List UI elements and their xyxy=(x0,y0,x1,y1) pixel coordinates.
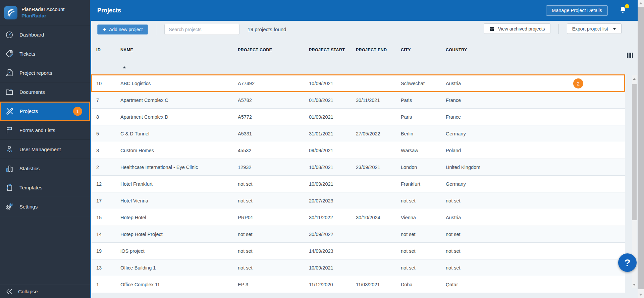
scroll-up-icon[interactable] xyxy=(639,2,642,4)
table-row[interactable]: 8 Apartment Complex D A5772 01/09/2021 P… xyxy=(92,109,625,125)
table-row[interactable]: 12 Hotel Frankfurt not set 10/09/2021 Fr… xyxy=(92,176,625,192)
cell-project-start: 30/09/2022 xyxy=(309,232,356,237)
sidebar-item-templates[interactable]: Templates xyxy=(0,178,90,197)
page-scrollbar-thumb[interactable] xyxy=(638,7,644,289)
manage-project-details-button[interactable]: Manage Project Details xyxy=(546,5,608,16)
projects-count-badge: 1 xyxy=(73,107,82,116)
cell-project-code: A77492 xyxy=(238,81,309,86)
sidebar-item-projects[interactable]: Projects 1 xyxy=(0,102,90,121)
main-content: Projects Manage Project Details + Add ne… xyxy=(91,0,644,298)
cell-project-start: 20/07/2023 xyxy=(309,198,356,203)
sidebar-item-dashboard[interactable]: Dashboard xyxy=(0,25,90,44)
cell-project-start: 10/09/2021 xyxy=(309,81,356,86)
cell-name: Office Complex 11 xyxy=(120,282,238,287)
toolbar-divider xyxy=(558,24,559,34)
sidebar-item-project-reports[interactable]: Project reports xyxy=(0,63,90,82)
sidebar-item-settings[interactable]: Settings xyxy=(0,197,90,216)
cell-name: Hotep Hotel xyxy=(120,215,238,220)
cell-name: Healthcare International - Eye Clinic xyxy=(120,165,238,170)
cell-project-end: 11/03/2021 xyxy=(356,282,401,287)
scroll-up-icon[interactable] xyxy=(633,78,636,80)
notifications-button[interactable] xyxy=(619,5,628,15)
cell-country: Germany xyxy=(446,131,625,136)
results-count: 19 projects found xyxy=(248,26,286,32)
cell-project-code: not set xyxy=(238,181,309,187)
archive-box-icon xyxy=(489,26,495,32)
cell-country: France xyxy=(446,98,625,103)
add-new-project-button[interactable]: + Add new project xyxy=(97,24,148,35)
scroll-down-icon[interactable] xyxy=(633,284,636,286)
cell-project-code: not set xyxy=(238,198,309,203)
table-row[interactable]: 17 Hotel Vienna not set 20/07/2023 not s… xyxy=(92,192,625,209)
collapse-button[interactable]: Collapse xyxy=(0,285,90,298)
table-row[interactable]: 5 C & D Tunnel A5331 31/01/2021 27/05/20… xyxy=(92,125,625,142)
gears-icon xyxy=(5,202,14,211)
cell-country: not set xyxy=(446,198,625,203)
page-scrollbar[interactable] xyxy=(638,0,644,298)
scroll-down-icon[interactable] xyxy=(639,294,642,296)
cell-country: not set xyxy=(446,265,625,271)
cell-city: Vienna xyxy=(401,215,446,220)
cell-project-start: 10/09/2021 xyxy=(309,181,356,187)
plus-icon: + xyxy=(103,26,106,32)
toolbar: + Add new project 19 projects found View… xyxy=(91,21,644,37)
column-header-city[interactable]: CITY xyxy=(401,48,446,52)
account-switcher[interactable]: PlanRadar Account PlanRadar xyxy=(0,0,90,25)
column-header-project-end[interactable]: PROJECT END xyxy=(356,48,401,52)
cell-name: Custom Homes xyxy=(120,148,238,153)
sidebar-menu: Dashboard Tickets Project reports xyxy=(0,25,90,216)
column-header-project-start[interactable]: PROJECT START xyxy=(309,48,356,52)
view-archived-projects-button[interactable]: View archived projects xyxy=(484,23,550,34)
sidebar-item-tickets[interactable]: Tickets xyxy=(0,44,90,63)
cell-id: 3 xyxy=(96,148,120,153)
cell-project-end: 30/11/2021 xyxy=(356,98,401,103)
table-scrollbar-thumb[interactable] xyxy=(632,84,637,220)
cell-project-end: 23/09/2021 xyxy=(356,165,401,170)
sidebar-item-user-management[interactable]: User Management xyxy=(0,140,90,159)
table-row[interactable]: 14 Hotep Hotel Project not set 30/09/202… xyxy=(92,226,625,243)
cell-id: 8 xyxy=(96,114,120,120)
column-header-project-code[interactable]: PROJECT CODE xyxy=(238,48,309,52)
app-root: PlanRadar Account PlanRadar Dashboard Ti… xyxy=(0,0,644,298)
clipboard-icon xyxy=(5,183,14,192)
table-row[interactable]: 19 iOS project not set 14/09/2023 not se… xyxy=(92,243,625,259)
toolbar-divider xyxy=(156,24,156,35)
search-projects-input[interactable] xyxy=(164,24,239,35)
cell-country: Poland xyxy=(446,148,625,153)
column-header-id[interactable]: ID xyxy=(96,48,120,52)
table-row[interactable]: 10 ABC Logistics A77492 10/09/2021 Schwe… xyxy=(92,75,625,92)
sidebar-item-forms-and-lists[interactable]: Forms and Lists xyxy=(0,121,90,140)
table-body: 10 ABC Logistics A77492 10/09/2021 Schwe… xyxy=(92,75,625,293)
cell-project-code: 12932 xyxy=(238,165,309,170)
cell-project-start: 14/09/2023 xyxy=(309,248,356,254)
table-row[interactable]: 15 Hotep Hotel PRP01 30/11/2022 30/10/20… xyxy=(92,209,625,226)
column-header-name[interactable]: NAME xyxy=(120,48,238,52)
cell-project-code: 45532 xyxy=(238,148,309,153)
export-project-list-button[interactable]: Export project list xyxy=(567,23,622,34)
workspace-name: PlanRadar xyxy=(21,13,64,19)
help-button[interactable]: ? xyxy=(618,253,637,272)
cell-city: not set xyxy=(401,232,446,237)
page-title: Projects xyxy=(97,7,121,14)
table-row[interactable]: 3 Custom Homes 45532 09/09/2021 Warsaw P… xyxy=(92,142,625,159)
row-selection-badge: 2 xyxy=(573,78,583,88)
cell-city: Schwechat xyxy=(401,81,446,86)
table-row[interactable]: 13 Office Building 1 not set 10/09/2021 … xyxy=(92,259,625,276)
table-row[interactable]: 2 Healthcare International - Eye Clinic … xyxy=(92,159,625,176)
cell-id: 1 xyxy=(96,282,120,287)
sidebar-item-documents[interactable]: Documents xyxy=(0,82,90,102)
column-header-country[interactable]: COUNTRY xyxy=(446,48,625,52)
sidebar-item-statistics[interactable]: Statistics xyxy=(0,159,90,178)
gauge-icon xyxy=(5,30,14,39)
cell-id: 17 xyxy=(96,198,120,203)
table-row[interactable]: 1 Office Complex 11 EP 3 11/12/2020 11/0… xyxy=(92,276,625,293)
column-settings-icon[interactable] xyxy=(627,53,633,58)
sidebar: PlanRadar Account PlanRadar Dashboard Ti… xyxy=(0,0,91,298)
ruler-pencil-icon xyxy=(5,107,14,116)
cell-project-start: 11/12/2020 xyxy=(309,282,356,287)
cell-name: ABC Logistics xyxy=(120,81,238,86)
table-row[interactable]: 7 Apartment Complex C A5782 01/08/2021 3… xyxy=(92,92,625,109)
cell-name: Hotep Hotel Project xyxy=(120,232,238,237)
cell-project-code: EP 3 xyxy=(238,282,309,287)
cell-city: Doha xyxy=(401,282,446,287)
